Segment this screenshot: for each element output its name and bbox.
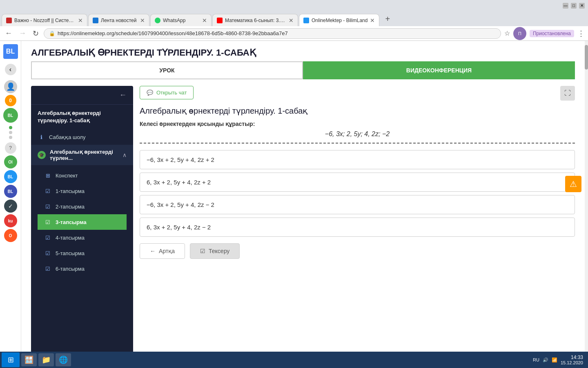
content-area: ← Алгебралық өрнектерді түрлендіру. 1-са… (21, 79, 585, 368)
nav-task2[interactable]: ☑ 2-тапсырма (38, 199, 127, 214)
nav-task5-label: 5-тапсырма (56, 250, 85, 256)
answer-option-4[interactable]: 6, 3x + 2, 5y + 4, 2z − 2 (140, 218, 575, 237)
tab-close-feed[interactable]: ✕ (140, 17, 145, 24)
address-bar: ← → ↻ 🔒 https://onlinemektep.org/schedul… (0, 26, 588, 41)
lesson-nav-section[interactable]: 🎓 Алгебралық өрнектерді түрлен... ∧ (31, 145, 133, 165)
chat-icon: 💬 (147, 90, 153, 96)
tab-close-nozzoff[interactable]: ✕ (78, 17, 83, 24)
dot-green (9, 126, 12, 129)
lesson-nav-title-text: Алгебралық өрнектерді түрлендіру. 1-саба… (38, 110, 127, 124)
taskbar-lang: RU (533, 357, 539, 362)
app-icon-5-label: ku (8, 219, 13, 223)
chat-btn-area: 💬 Открыть чат (140, 86, 575, 99)
lesson-nav-back-button[interactable]: ← (119, 91, 127, 99)
tab-close-online[interactable]: ✕ (370, 17, 375, 24)
answer-option-1[interactable]: −6, 3x + 2, 5y + 4, 2z + 2 (140, 150, 575, 169)
main-content: АЛГЕБРАЛЫҚ ӨРНЕКТЕРДІ ТҮРЛЕНДІРУ. 1-САБА… (21, 41, 585, 368)
app-icon-1-label: Ol (8, 160, 13, 164)
page-header: АЛГЕБРАЛЫҚ ӨРНЕКТЕРДІ ТҮРЛЕНДІРУ. 1-САБА… (21, 41, 585, 61)
windows-icon: ⊞ (8, 355, 14, 364)
task2-icon: ☑ (44, 203, 51, 210)
help-button[interactable]: ? (5, 142, 16, 154)
lesson-nav-title: Алгебралық өрнектерді түрлендіру. 1-саба… (31, 105, 133, 129)
url-text: https://onlinemektep.org/schedule/160799… (58, 30, 288, 36)
browser-menu-button[interactable]: ⋮ (577, 29, 585, 38)
maximize-button[interactable]: □ (571, 3, 577, 9)
back-nav-button[interactable]: ← (3, 28, 14, 38)
tab-close-youtube[interactable]: ✕ (289, 17, 294, 24)
tab-close-whatsapp[interactable]: ✕ (202, 17, 207, 24)
app-icon-4[interactable]: ✓ (4, 200, 17, 213)
scroll-thumb[interactable] (585, 45, 588, 70)
nav-task4[interactable]: ☑ 4-тапсырма (38, 230, 127, 245)
bookmark-button[interactable]: ☆ (504, 29, 510, 37)
tab-label-nozzoff: Важно - Nozzoff || Система пов... (14, 18, 76, 23)
tabs-bar: Важно - Nozzoff || Система пов... ✕ Лент… (0, 11, 588, 26)
tab-youtube[interactable]: Математика 6-сынып: 3.1. Алге... ✕ (212, 14, 298, 26)
reload-button[interactable]: ↻ (31, 28, 40, 39)
taskbar-explorer[interactable]: 🪟 (21, 353, 37, 366)
page-title: АЛГЕБРАЛЫҚ ӨРНЕКТЕРДІ ТҮРЛЕНДІРУ. 1-САБА… (31, 47, 575, 58)
taskbar-files[interactable]: 📁 (38, 353, 54, 366)
nav-task3[interactable]: ☑ 3-тапсырма (38, 214, 127, 230)
task4-icon: ☑ (44, 234, 51, 241)
nav-task6[interactable]: ☑ 6-тапсырма (38, 261, 127, 276)
user-avatar[interactable]: 👤 (4, 80, 17, 93)
scrollbar[interactable] (585, 41, 588, 368)
nav-task5[interactable]: ☑ 5-тапсырма (38, 245, 127, 261)
url-bar[interactable]: 🔒 https://onlinemektep.org/schedule/1607… (44, 28, 501, 39)
lesson-nav-header: ← (31, 86, 133, 105)
nav-konspekt[interactable]: ⊞ Конспект (38, 168, 127, 183)
tab-favicon-feed (93, 18, 98, 23)
nav-task1-label: 1-тапсырма (56, 188, 85, 194)
open-chat-label: Открыть чат (156, 90, 187, 96)
nav-task4-label: 4-тапсырма (56, 235, 85, 241)
minimize-button[interactable]: — (563, 3, 568, 9)
answer-option-2[interactable]: 6, 3x + 2, 5y + 4, 2z + 2 (140, 173, 575, 192)
tab-video[interactable]: ВИДЕОКОНФЕРЕНЦИЯ (303, 61, 575, 79)
tab-whatsapp[interactable]: WhatsApp ✕ (150, 14, 212, 26)
app-icon-2[interactable]: BL (4, 170, 17, 183)
sidebar-collapse-button[interactable]: ‹ (5, 64, 16, 75)
dot-gray-1 (9, 131, 12, 134)
taskbar-clock: 14:33 (561, 355, 583, 360)
notification-badge[interactable]: 0 (5, 95, 16, 106)
start-button[interactable]: ⊞ (2, 352, 20, 367)
taskbar-time: 14:33 15.12.2020 (561, 355, 583, 365)
taskbar-network-icon: 📶 (552, 357, 557, 363)
app-icon-6[interactable]: О (4, 229, 17, 242)
back-button[interactable]: ← Артқа (140, 243, 185, 259)
tab-nozzoff[interactable]: Важно - Nozzoff || Система пов... ✕ (2, 14, 87, 26)
tab-feed[interactable]: Лента новостей ✕ (88, 14, 149, 26)
warning-button[interactable]: ⚠ (565, 176, 581, 192)
app-icon-4-label: ✓ (8, 203, 13, 209)
warning-area: ⚠ (565, 176, 581, 192)
task3-icon: ☑ (44, 218, 51, 226)
nav-task1[interactable]: ☑ 1-тапсырма (38, 183, 127, 199)
bilim-icon[interactable]: BL (3, 108, 18, 123)
taskbar-chrome[interactable]: 🌐 (56, 353, 71, 366)
fullscreen-button[interactable]: ⛶ (560, 86, 575, 101)
back-label: Артқа (159, 248, 175, 254)
files-icon: 📁 (42, 355, 51, 364)
answer-option-3[interactable]: −6, 3x + 2, 5y + 4, 2z − 2 (140, 195, 575, 214)
new-tab-button[interactable]: + (382, 14, 393, 24)
check-button[interactable]: ☑ Тексеру (190, 243, 240, 259)
forward-nav-button[interactable]: → (17, 28, 28, 38)
lesson-nav-section-label: Алгебралық өрнектерді түрлен... (50, 149, 118, 161)
app-icon-1[interactable]: Ol (4, 155, 17, 168)
pause-button[interactable]: Приостановлена (530, 30, 574, 37)
task5-icon: ☑ (44, 249, 51, 257)
lesson-nav-overview[interactable]: ℹ Сабаққа шолу (31, 129, 133, 145)
app-icon-3[interactable]: BL (4, 185, 17, 198)
tab-favicon-youtube (217, 18, 223, 23)
tab-onlinemektep[interactable]: OnlineMektep - BilimLand ✕ (299, 14, 379, 26)
lesson-nav: ← Алгебралық өрнектерді түрлендіру. 1-са… (31, 86, 133, 361)
profile-button[interactable]: П (513, 27, 526, 40)
sidebar-icons: BL ‹ 👤 0 BL ? Ol BL BL ✓ ku О (0, 41, 21, 368)
tab-lesson[interactable]: УРОК (31, 61, 303, 79)
close-button[interactable]: ✕ (579, 3, 585, 9)
open-chat-button[interactable]: 💬 Открыть чат (140, 86, 194, 99)
app-icon-5[interactable]: ku (4, 214, 17, 227)
check-label: Тексеру (209, 248, 229, 254)
